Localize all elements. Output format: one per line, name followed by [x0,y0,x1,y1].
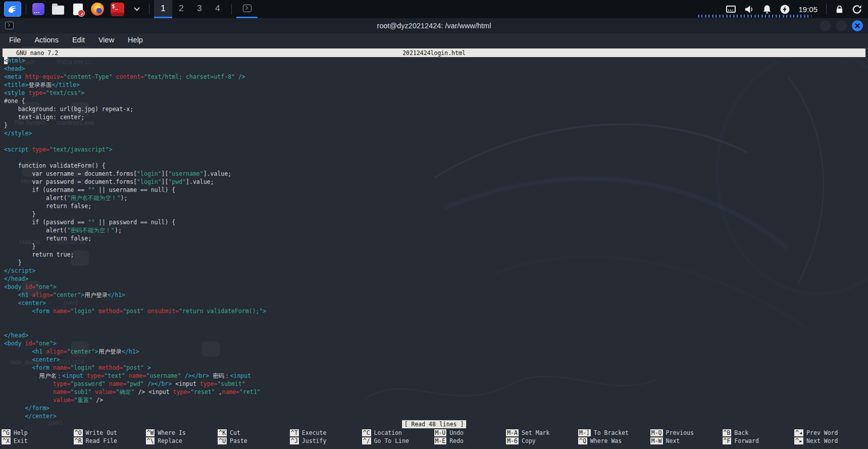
code-line [4,315,867,323]
chevron-down-icon[interactable] [129,2,144,17]
nano-shortcut-location: ^CLocation [362,429,434,437]
code-token: ); [115,227,122,234]
text-editor-icon[interactable] [70,2,85,17]
clock[interactable]: 19:05 [798,5,818,14]
shortcut-label: Write Out [86,429,117,436]
nano-shortcut-undo: M-UUndo [434,429,506,437]
code-token [4,364,32,371]
kali-menu-button[interactable] [4,2,21,17]
code-token: ][ [162,178,169,185]
kali-dragon-icon [7,4,18,15]
code-token: return false; [4,235,91,242]
code-token: "password" [71,380,106,387]
code-token [91,388,95,395]
code-token: </title> [52,81,79,88]
terminal-viewport[interactable]: TrashRaDa.exe.u...File Systemcrackme1.ex… [0,46,868,449]
code-line: text-align: center; [4,113,867,121]
code-line: </center> [4,412,867,420]
shortcut-label: Forward [734,437,758,444]
code-token: </center> [25,413,57,420]
code-token: <body [4,283,25,290]
code-line: if (password == "" || password == null) … [4,218,867,226]
nano-shortcut-set-mark: M-ASet Mark [506,429,578,437]
code-line: } [4,121,867,129]
nano-shortcuts-row1: ^GHelp^OWrite Out^WWhere Is^KCut^TExecut… [2,429,866,437]
menu-file[interactable]: File [9,36,21,44]
code-token: "username" [146,372,181,379]
code-line: <head> [4,65,867,73]
code-token: </form> [25,405,49,412]
nano-shortcut-execute: ^TExecute [290,429,362,437]
code-line: background: url(bg.jpg) repeat-x; [4,105,867,113]
code-line: </form> [4,404,867,412]
menu-edit[interactable]: Edit [72,36,85,44]
nano-shortcut-previous: M-QPrevious [650,429,723,437]
shortcut-label: Justify [302,437,326,444]
code-line: <h1 align="center">用户登录</h1> [4,347,867,356]
nano-shortcut-where-is: ^WWhere Is [146,429,218,437]
code-token: content= [116,73,144,80]
shortcut-label: Previous [666,429,694,436]
code-token: "sub1" [71,388,92,395]
shortcut-label: Where Was [590,437,622,444]
taskbar-terminal-task[interactable] [236,0,258,18]
code-token: <input [172,380,199,387]
shortcut-key: ^Q [578,437,587,444]
lock-icon[interactable] [835,5,844,14]
code-token: , [215,388,222,395]
root-terminal-icon[interactable]: $_ [110,2,125,17]
menu-actions[interactable]: Actions [34,36,59,44]
shortcut-key: ^C [362,429,371,436]
code-token: name= [222,388,240,395]
notifications-bell-icon[interactable] [762,5,772,14]
shortcut-key: ^◂ [794,429,803,436]
nano-titlebar: GNU nano 7.2 20212424login.html [3,48,865,57]
nano-edit-area[interactable]: <html><head><meta http-equiv="content-Ty… [4,57,867,420]
code-token: "用户名不能为空！" [67,194,121,202]
minimize-button[interactable] [820,20,831,31]
code-token: "pwd" [168,178,186,185]
workspace-4[interactable]: 4 [209,0,227,18]
code-token: align= [46,348,67,355]
code-line: </head> [4,331,867,339]
menu-help[interactable]: Help [128,36,143,44]
shortcut-label: Help [14,429,28,436]
code-token [4,388,53,395]
code-line: <body id="one"> [4,283,867,291]
maximize-button[interactable] [836,20,847,31]
code-line: </script> [4,267,867,275]
code-token [235,73,238,80]
code-line [4,137,867,145]
code-token [181,372,185,379]
code-token: id= [25,340,36,347]
code-token [125,372,129,379]
volume-icon[interactable] [744,5,754,14]
code-token: "text/css" [46,89,81,96]
shortcut-label: Where Is [158,429,185,436]
code-token: name= [109,380,127,387]
close-button[interactable] [852,20,863,31]
logout-icon[interactable] [852,5,862,14]
taskbar-separator [231,4,232,15]
code-token: <center> [32,356,60,363]
window-manager-icon[interactable] [31,2,46,17]
code-line: </head> [4,275,867,283]
menu-view[interactable]: View [98,36,114,44]
workspace-2[interactable]: 2 [172,0,190,18]
power-manager-icon[interactable] [780,5,790,14]
workspace-switcher: 1234 [154,0,227,18]
taskbar-separator [149,4,149,15]
code-token: "ret1" [239,388,261,395]
shortcut-key: ^W [146,429,155,436]
code-token: /> [92,396,103,404]
display-icon[interactable] [726,6,736,13]
window-titlebar[interactable]: root@dyz20212424: /var/www/html [0,18,868,33]
nano-shortcut-prev-word: ^◂Prev Word [794,429,866,437]
file-manager-icon[interactable] [50,2,66,17]
firefox-icon[interactable] [90,2,105,17]
shortcut-key: ^U [218,437,227,444]
code-token: text-align: center; [4,114,84,121]
workspace-1[interactable]: 1 [154,0,172,18]
nano-shortcut-write-out: ^OWrite Out [74,429,146,437]
workspace-3[interactable]: 3 [190,0,209,18]
